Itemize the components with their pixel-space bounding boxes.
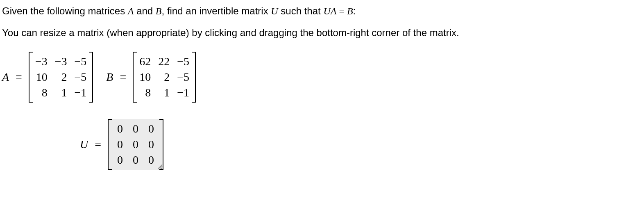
problem-statement-line-2: You can resize a matrix (when appropriat…	[2, 26, 642, 40]
bracket-left	[108, 119, 112, 170]
answer-matrix-row: U = 0 0 0 0 0 0 0 0 0	[80, 119, 642, 170]
matrix-input-cell[interactable]: 0	[116, 122, 124, 135]
matrix-cell: −5	[75, 71, 87, 84]
matrix-cell: 8	[35, 86, 48, 99]
matrix-b: 62 22 −5 10 2 −5 8 1 −1	[133, 52, 196, 103]
math-equation: UA = B	[323, 6, 353, 16]
text-segment: Given the following matrices	[2, 5, 128, 16]
matrix-u-block: U = 0 0 0 0 0 0 0 0 0	[80, 119, 163, 170]
given-matrices-row: A = −3 −3 −5 10 2 −5 8 1 −1 B = 62 2	[2, 52, 642, 103]
matrix-cell: −5	[177, 55, 189, 68]
matrix-cell: −1	[177, 86, 189, 99]
equals-sign: =	[95, 138, 101, 151]
matrix-a-block: A = −3 −3 −5 10 2 −5 8 1 −1	[2, 52, 93, 103]
matrix-cell: −5	[177, 71, 189, 84]
matrix-cell: 2	[158, 71, 170, 84]
matrix-cell: −5	[75, 55, 87, 68]
matrix-input-cell[interactable]: 0	[147, 138, 155, 151]
equals-sign: =	[16, 71, 22, 84]
matrix-input-cell[interactable]: 0	[132, 122, 140, 135]
matrix-input-cell[interactable]: 0	[147, 122, 155, 135]
matrix-b-label: B	[106, 71, 113, 84]
math-variable-u: U	[271, 6, 278, 16]
matrix-input-cell[interactable]: 0	[147, 153, 155, 167]
matrix-cell: 1	[158, 86, 170, 99]
matrix-input-cell[interactable]: 0	[132, 153, 140, 167]
text-segment: and	[134, 5, 155, 16]
equals-sign: =	[120, 71, 126, 84]
matrix-a: −3 −3 −5 10 2 −5 8 1 −1	[29, 52, 93, 103]
svg-line-2	[161, 168, 162, 169]
matrix-cell: 22	[158, 55, 170, 68]
matrix-cell: 2	[55, 71, 67, 84]
text-segment: such that	[278, 5, 324, 16]
bracket-left	[133, 52, 137, 103]
matrix-cell: 62	[139, 55, 151, 68]
matrix-b-grid: 62 22 −5 10 2 −5 8 1 −1	[137, 52, 192, 103]
text-segment: , find an invertible matrix	[162, 5, 271, 16]
matrix-input-cell[interactable]: 0	[116, 153, 124, 167]
math-variable-a: A	[128, 6, 134, 16]
resize-instruction: You can resize a matrix (when appropriat…	[2, 27, 459, 38]
matrix-u-label: U	[80, 138, 88, 151]
bracket-right	[192, 52, 196, 103]
matrix-input-cell[interactable]: 0	[132, 138, 140, 151]
matrix-cell: 10	[139, 71, 151, 84]
text-segment: :	[353, 5, 356, 16]
matrix-cell: 8	[139, 86, 151, 99]
matrix-cell: 1	[55, 86, 67, 99]
matrix-cell: 10	[35, 71, 48, 84]
matrix-u-input[interactable]: 0 0 0 0 0 0 0 0 0	[108, 119, 163, 170]
problem-statement-line-1: Given the following matrices A and B, fi…	[2, 4, 642, 18]
resize-handle-icon[interactable]	[157, 163, 163, 169]
matrix-u-grid[interactable]: 0 0 0 0 0 0 0 0 0	[112, 119, 159, 170]
math-variable-b: B	[156, 6, 162, 16]
matrix-cell: −3	[55, 55, 67, 68]
bracket-left	[29, 52, 33, 103]
matrix-a-grid: −3 −3 −5 10 2 −5 8 1 −1	[33, 52, 89, 103]
matrix-b-block: B = 62 22 −5 10 2 −5 8 1 −1	[106, 52, 196, 103]
bracket-right	[159, 119, 163, 170]
matrix-a-label: A	[2, 71, 9, 84]
matrix-cell: −3	[35, 55, 48, 68]
bracket-right	[89, 52, 93, 103]
matrix-cell: −1	[75, 86, 87, 99]
matrix-input-cell[interactable]: 0	[116, 138, 124, 151]
